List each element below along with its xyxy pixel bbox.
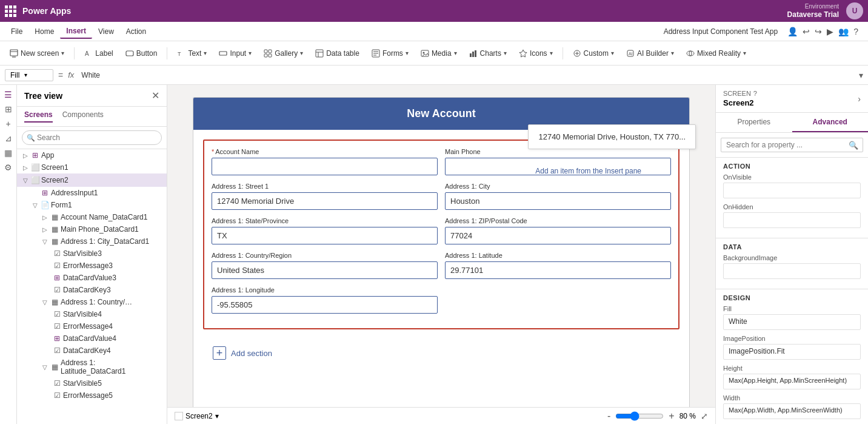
bgimage-value[interactable] [723,263,861,279]
control-icon: ☑ [53,310,61,318]
tree-item-datacardkey3[interactable]: ☑ DataCardKey3 [17,284,167,296]
input-button[interactable]: Input ▾ [214,47,256,60]
tree-search-input[interactable] [22,130,162,145]
input-state[interactable] [212,227,438,244]
tree-view-panel: Tree view ✕ Screens Components 🔍 ▷ ⊞ App [17,85,167,424]
tab-advanced[interactable]: Advanced [792,113,869,132]
field-street1: Address 1: Street 1 [212,183,438,210]
tree-item-app[interactable]: ▷ ⊞ App [17,149,167,161]
mixed-reality-button[interactable]: Mixed Reality ▾ [681,47,751,60]
charts-button[interactable]: Charts ▾ [464,47,512,60]
add-section-button[interactable]: + Add section [203,337,679,369]
input-country[interactable] [212,261,438,279]
tree-search-icon: 🔍 [27,134,35,142]
fill-value[interactable]: White [723,314,861,330]
tree-item-screen2[interactable]: ▽ ⬜ Screen2 … [17,173,167,187]
input-city[interactable] [445,192,671,210]
user-switch-icon[interactable]: 👤 [787,27,798,36]
formula-dropdown[interactable]: Fill ▾ [5,69,53,81]
add-icon[interactable]: + [5,119,10,129]
input-longitude[interactable] [212,296,438,314]
controls-icon[interactable]: ▦ [4,148,12,158]
zoom-slider[interactable] [615,411,664,421]
right-search-input[interactable] [721,138,863,152]
right-panel-header: SCREEN ? Screen2 › [716,85,868,113]
button-button[interactable]: Button [121,47,162,60]
tree-item-account-name-dc[interactable]: ▷ ▦ Account Name_DataCard1 [17,211,167,223]
footer-screen-name: Screen2 [185,412,213,420]
tab-components[interactable]: Components [62,110,104,123]
right-panel-scroll: ACTION OnVisible OnHidden DATA Backgroun… [716,158,868,424]
tree-item-screen1[interactable]: ▷ ⬜ Screen1 [17,161,167,173]
undo-icon[interactable]: ↩ [803,27,810,36]
menu-insert[interactable]: Insert [60,24,92,39]
data-table-button[interactable]: Data table [310,47,364,60]
svg-rect-7 [264,50,267,53]
redo-icon[interactable]: ↪ [815,27,822,36]
tab-screens[interactable]: Screens [24,110,53,123]
fit-screen-icon[interactable]: ⤢ [701,411,708,421]
forms-button[interactable]: Forms ▾ [367,47,413,60]
screen-checkbox[interactable] [175,412,183,420]
tree-item-datacardvalue3[interactable]: ⊞ DataCardValue3 [17,272,167,284]
icons-button[interactable]: Icons ▾ [514,47,558,60]
tree-item-starvisible3[interactable]: ☑ StarVisible3 [17,247,167,260]
menu-action[interactable]: Action [120,25,152,38]
tree-item-addressinput1[interactable]: ⊞ AddressInput1 [17,187,167,199]
custom-button[interactable]: Custom ▾ [568,47,619,60]
variable-icon[interactable]: ⊿ [5,133,12,143]
width-value[interactable]: Max(App.Width, App.MinScreenWidth) [723,403,861,419]
menu-file[interactable]: File [5,25,28,38]
tree-item-address-city-dc[interactable]: ▽ ▦ Address 1: City_DataCard1 [17,235,167,247]
zoom-plus-button[interactable]: + [669,411,674,422]
help-circle-icon: ? [753,90,757,97]
tree-item-errormessage5[interactable]: ☑ ErrorMessage5 [17,389,167,402]
text-button[interactable]: T Text ▾ [172,47,212,60]
help-icon[interactable]: ? [853,27,858,36]
settings-icon[interactable]: ⚙ [4,163,12,172]
canvas-scroll[interactable]: 12740 Memorial Drive, Houston, TX 770...… [167,85,715,407]
menu-home[interactable]: Home [28,25,60,38]
tree-item-errormessage3[interactable]: ☑ ErrorMessage3 [17,260,167,272]
onhidden-value[interactable] [723,212,861,228]
formula-expand-icon[interactable]: ▾ [859,70,863,80]
svg-text:T: T [178,51,181,57]
tree-item-errormessage4[interactable]: ☑ ErrorMessage4 [17,320,167,332]
tree-item-starvisible5[interactable]: ☑ StarVisible5 [17,377,167,389]
imageposition-value[interactable]: ImagePosition.Fit [723,344,861,360]
tree-item-datacardkey4[interactable]: ☑ DataCardKey4 [17,345,167,357]
menu-view[interactable]: View [92,25,120,38]
tree-item-starvisible4[interactable]: ☑ StarVisible4 [17,308,167,320]
input-account-name[interactable] [212,158,438,175]
grid-icon [5,5,16,17]
tree-item-form1[interactable]: ▽ 📄 Form1 [17,199,167,211]
onvisible-value[interactable] [723,183,861,198]
account-name-dc-label: Account Name_DataCard1 [61,213,162,221]
tree-view-icon[interactable]: ☰ [4,90,12,99]
tree-item-datacardvalue4[interactable]: ⊞ DataCardValue4 [17,332,167,345]
formula-value[interactable]: White [79,70,854,81]
ai-builder-button[interactable]: AI AI Builder ▾ [621,47,679,60]
label-button[interactable]: A Label [79,47,118,60]
avatar[interactable]: U [846,2,863,19]
input-street1[interactable] [212,192,438,210]
height-value[interactable]: Max(App.Height, App.MinScreenHeight) [723,374,861,389]
play-icon[interactable]: ▶ [827,27,833,36]
expand-icon [32,189,39,197]
media-button[interactable]: Media ▾ [416,47,462,60]
right-panel-chevron[interactable]: › [858,94,861,104]
data-icon[interactable]: ⊞ [5,104,12,114]
tree-view-close-icon[interactable]: ✕ [152,90,159,101]
gallery-button[interactable]: Gallery ▾ [259,47,308,60]
share-icon[interactable]: 👥 [838,27,849,36]
input-latitude[interactable] [445,261,671,279]
tree-item-address-country-dc[interactable]: ▽ ▦ Address 1: Country/Region_DataCar... [17,296,167,308]
tree-item-main-phone-dc[interactable]: ▷ ▦ Main Phone_DataCard1 [17,223,167,235]
input-zip[interactable] [445,227,671,244]
new-screen-button[interactable]: New screen ▾ [5,47,69,60]
zoom-minus-button[interactable]: - [607,411,610,422]
datacard-icon: ▦ [50,213,59,221]
errormessage5-label: ErrorMessage5 [63,391,162,400]
tab-properties[interactable]: Properties [716,113,792,132]
tree-item-address-latitude-dc[interactable]: ▽ ▦ Address 1: Latitude_DataCard1 [17,357,167,377]
